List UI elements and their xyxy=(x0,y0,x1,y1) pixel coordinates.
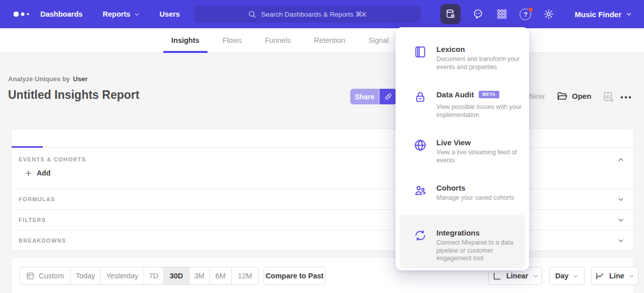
section-filters[interactable]: FILTERS xyxy=(12,209,633,230)
nav-link-users[interactable]: Users xyxy=(160,10,180,18)
menu-item-description: Manage your saved cohorts xyxy=(436,194,528,202)
range-label: 12M xyxy=(238,272,252,280)
calendar-icon xyxy=(26,271,35,280)
open-report-button[interactable]: Open xyxy=(556,90,591,102)
compare-to-past-button[interactable]: Compare to Past xyxy=(264,267,326,285)
analyze-prefix: Analyze Uniques by xyxy=(8,75,70,83)
menu-item-text: Lexicon Document and transform your even… xyxy=(436,44,528,71)
book-icon xyxy=(414,45,427,58)
tab-signal[interactable]: Signal xyxy=(360,28,397,53)
messages-icon[interactable] xyxy=(472,8,484,20)
expand-section-button[interactable] xyxy=(617,196,624,203)
help-icon[interactable]: ? xyxy=(520,9,531,20)
search-input[interactable]: Search Dashboards & Reports ⌘K xyxy=(194,6,421,23)
query-builder-panel: EVENTS & COHORTS Add FORMULAS FILTERS BR… xyxy=(11,129,634,251)
add-event-button[interactable]: Add xyxy=(25,169,50,177)
range-7d[interactable]: 7D xyxy=(144,267,164,284)
menu-item-description: View a live streaming feed of events xyxy=(436,149,528,164)
tab-label: Funnels xyxy=(265,36,291,44)
section-breakdowns[interactable]: BREAKDOWNS xyxy=(12,230,633,251)
range-label: Today xyxy=(76,272,95,280)
range-label: 7D xyxy=(149,272,159,280)
range-custom[interactable]: Custom xyxy=(20,267,71,284)
line-chart-icon xyxy=(595,271,605,281)
settings-gear-icon[interactable] xyxy=(543,8,555,20)
menu-item-live-view[interactable]: Live View View a live streaming feed of … xyxy=(414,138,528,164)
chart-type-label: Line xyxy=(609,272,624,280)
section-formulas[interactable]: FORMULAS xyxy=(12,189,633,209)
share-button-group: Share xyxy=(350,89,397,104)
menu-item-title: Data Audit xyxy=(436,90,474,99)
copy-link-button[interactable] xyxy=(379,89,397,104)
section-events-cohorts: EVENTS & COHORTS Add xyxy=(12,148,633,189)
expand-section-button[interactable] xyxy=(617,237,624,244)
collapse-section-button[interactable] xyxy=(617,156,624,163)
chart-type-dropdown[interactable]: Line xyxy=(591,267,638,285)
range-12m[interactable]: 12M xyxy=(232,267,258,284)
interval-label: Day xyxy=(555,272,569,280)
tab-metrics-icon[interactable] xyxy=(16,133,29,145)
interval-dropdown[interactable]: Day xyxy=(549,267,585,285)
app-frame: Dashboards Reports Users Search Dashboar… xyxy=(0,0,644,293)
date-range-segmented-control: Custom Today Yesterday 7D 30D 3M 6M 12M xyxy=(19,267,259,285)
range-30d-selected[interactable]: 30D xyxy=(164,267,189,284)
project-selector[interactable]: Music Finder xyxy=(574,10,632,19)
menu-item-integrations[interactable]: Integrations Connect Mixpanel to a data … xyxy=(414,228,528,263)
menu-item-cohorts[interactable]: Cohorts Manage your saved cohorts xyxy=(414,183,528,202)
data-management-icon[interactable] xyxy=(440,4,461,24)
range-label: 3M xyxy=(194,272,204,280)
compare-label: Compare to Past xyxy=(266,272,324,280)
menu-item-text: Live View View a live streaming feed of … xyxy=(436,138,528,164)
more-options-button[interactable] xyxy=(620,93,632,102)
range-3m[interactable]: 3M xyxy=(189,267,210,284)
new-report-button[interactable]: New xyxy=(529,92,545,100)
top-navbar: Dashboards Reports Users Search Dashboar… xyxy=(0,0,644,28)
beta-badge: BETA xyxy=(479,91,499,98)
nav-link-label: Dashboards xyxy=(40,10,83,18)
nav-link-label: Reports xyxy=(103,10,131,18)
tab-label: Insights xyxy=(171,36,200,44)
range-label: 30D xyxy=(170,272,183,280)
menu-item-lexicon[interactable]: Lexicon Document and transform your even… xyxy=(414,44,528,71)
nav-link-reports[interactable]: Reports xyxy=(103,10,140,18)
expand-section-button[interactable] xyxy=(617,216,624,223)
menu-item-data-audit[interactable]: Data Audit BETA View possible issues wit… xyxy=(414,90,528,119)
range-yesterday[interactable]: Yesterday xyxy=(101,267,144,284)
cohorts-icon xyxy=(414,184,427,197)
search-icon xyxy=(248,10,256,19)
search-placeholder: Search Dashboards & Reports ⌘K xyxy=(261,10,366,18)
tab-insights[interactable]: Insights xyxy=(163,28,208,53)
chevron-down-icon xyxy=(617,237,624,244)
menu-item-text: Data Audit BETA View possible issues wit… xyxy=(436,90,528,119)
tab-funnels[interactable]: Funnels xyxy=(256,28,299,53)
menu-item-description: Connect Mixpanel to a data pipeline or c… xyxy=(436,239,528,263)
nav-links: Dashboards Reports Users xyxy=(40,0,180,28)
section-label: BREAKDOWNS xyxy=(19,238,66,244)
navbar-actions: ? Music Finder xyxy=(440,0,637,28)
time-range-bar: Custom Today Yesterday 7D 30D 3M 6M 12M … xyxy=(11,257,634,293)
menu-item-title: Cohorts xyxy=(436,183,466,193)
chevron-down-icon xyxy=(134,12,140,17)
tab-label: Retention xyxy=(314,36,345,44)
tab-label: Signal xyxy=(368,36,389,44)
add-to-dashboard-icon[interactable] xyxy=(603,91,614,102)
tab-label: Flows xyxy=(223,36,242,44)
analyze-entity-selector[interactable]: User xyxy=(73,75,88,83)
integrations-icon xyxy=(414,229,427,242)
tab-flows[interactable]: Flows xyxy=(215,28,250,53)
apps-grid-icon[interactable] xyxy=(496,8,508,20)
nav-link-dashboards[interactable]: Dashboards xyxy=(40,10,83,18)
page-title[interactable]: Untitled Insights Report xyxy=(8,88,140,102)
mixpanel-logo-icon[interactable] xyxy=(13,11,33,18)
menu-item-title: Live View xyxy=(436,138,471,147)
open-label: Open xyxy=(572,92,591,100)
tab-profiles-icon[interactable] xyxy=(39,133,52,145)
range-today[interactable]: Today xyxy=(71,267,101,284)
chevron-down-icon xyxy=(629,273,634,279)
tab-retention[interactable]: Retention xyxy=(306,28,353,53)
range-6m[interactable]: 6M xyxy=(210,267,232,284)
chevron-down-icon xyxy=(573,273,578,279)
section-label: EVENTS & COHORTS xyxy=(19,156,86,162)
share-button[interactable]: Share xyxy=(350,89,379,104)
lock-icon xyxy=(414,91,427,104)
